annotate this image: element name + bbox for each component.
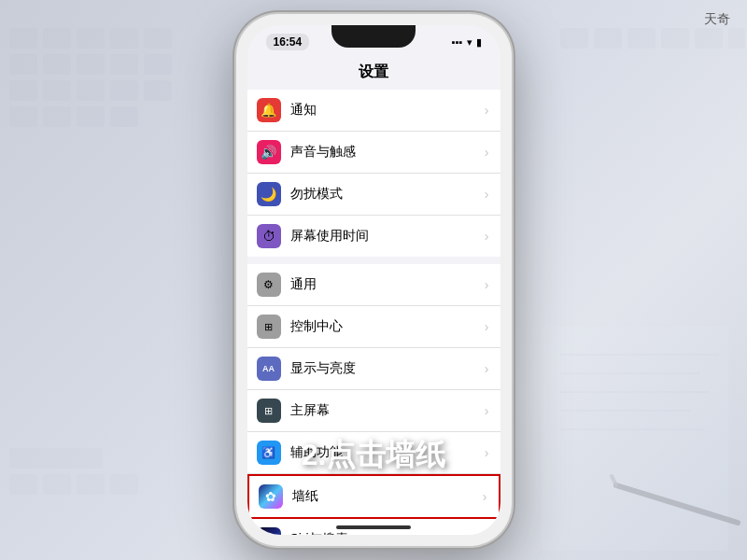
notch [331,25,416,48]
notifications-icon: 🔔 [257,98,281,122]
svg-rect-9 [144,54,172,75]
home-screen-icon: ⊞ [257,399,281,423]
siri-label: Siri与搜索 [290,531,485,535]
chevron-icon: › [485,319,489,334]
chevron-icon: › [485,277,489,292]
svg-rect-24 [728,28,745,49]
chevron-icon: › [483,489,487,504]
svg-rect-18 [110,106,138,127]
svg-rect-30 [542,327,728,551]
watermark-label: 天奇 [704,11,730,28]
status-time: 16:54 [266,34,310,50]
svg-rect-12 [77,80,105,101]
svg-rect-14 [144,80,172,101]
svg-rect-23 [695,28,723,49]
chevron-icon: › [485,187,489,202]
settings-item-general[interactable]: ⚙ 通用 › [247,264,500,306]
svg-rect-10 [9,80,37,101]
chevron-icon: › [485,445,489,460]
svg-rect-25 [9,448,103,469]
svg-rect-20 [594,28,622,49]
display-icon: AA [257,357,281,381]
settings-group-1: 🔔 通知 › 🔊 声音与触感 › 🌙 勿扰模式 [247,90,500,257]
phone-screen: 16:54 ▪▪▪ ▾ ▮ 设置 🔔 通知 › [247,25,500,535]
svg-rect-19 [560,28,588,49]
sounds-label: 声音与触感 [290,144,485,161]
wallpaper-icon: ✿ [259,484,283,509]
sounds-icon: 🔊 [257,140,281,164]
settings-item-screen-time[interactable]: ⏱ 屏幕使用时间 › [247,216,500,257]
svg-rect-22 [661,28,689,49]
svg-rect-7 [77,54,105,75]
svg-rect-16 [43,106,71,127]
settings-item-home-screen[interactable]: ⊞ 主屏幕 › [247,390,500,432]
control-center-label: 控制中心 [290,318,485,335]
svg-rect-13 [110,80,138,101]
screen-time-label: 屏幕使用时间 [290,228,485,245]
phone-frame: 16:54 ▪▪▪ ▾ ▮ 设置 🔔 通知 › [236,14,512,546]
svg-rect-17 [77,106,105,127]
general-icon: ⚙ [257,273,281,297]
screen-time-icon: ⏱ [257,224,281,248]
settings-item-notifications[interactable]: 🔔 通知 › [247,90,500,132]
chevron-icon: › [485,532,489,535]
svg-rect-4 [144,28,172,49]
settings-item-wallpaper[interactable]: ✿ 墙纸 › [247,474,500,519]
home-screen-label: 主屏幕 [290,402,485,419]
settings-item-dnd[interactable]: 🌙 勿扰模式 › [247,174,500,216]
status-bar: 16:54 ▪▪▪ ▾ ▮ [247,25,500,59]
nav-title: 设置 [247,59,500,90]
svg-rect-27 [43,474,71,495]
chevron-icon: › [485,361,489,376]
svg-rect-3 [110,28,138,49]
control-center-icon: ⊞ [257,315,281,339]
siri-icon: ◎ [257,527,281,535]
chevron-icon: › [485,145,489,160]
dnd-label: 勿扰模式 [290,186,485,203]
settings-item-accessibility[interactable]: ♿ 辅助功能 › [247,432,500,474]
svg-rect-28 [77,474,105,495]
general-label: 通用 [290,276,485,293]
notifications-label: 通知 [290,102,485,119]
svg-rect-2 [77,28,105,49]
home-indicator [336,525,411,529]
settings-item-display[interactable]: AA 显示与亮度 › [247,348,500,390]
svg-rect-8 [110,54,138,75]
wallpaper-label: 墙纸 [292,488,483,505]
dnd-icon: 🌙 [257,182,281,206]
status-icons: ▪▪▪ ▾ ▮ [452,36,482,49]
svg-rect-0 [9,28,37,49]
accessibility-icon: ♿ [257,441,281,465]
display-label: 显示与亮度 [290,360,485,377]
svg-rect-6 [43,54,71,75]
accessibility-label: 辅助功能 [290,444,485,461]
settings-group-2: ⚙ 通用 › ⊞ 控制中心 › AA 显示与亮度 [247,264,500,535]
svg-rect-21 [627,28,655,49]
settings-list[interactable]: 🔔 通知 › 🔊 声音与触感 › 🌙 勿扰模式 [247,90,500,535]
chevron-icon: › [485,403,489,418]
svg-rect-15 [9,106,37,127]
svg-rect-26 [9,474,37,495]
chevron-icon: › [485,229,489,244]
svg-rect-29 [110,474,138,495]
battery-icon: ▮ [476,36,482,49]
signal-icon: ▪▪▪ [452,36,463,48]
svg-rect-5 [9,54,37,75]
svg-rect-1 [43,28,71,49]
wifi-icon: ▾ [467,36,472,49]
settings-item-control-center[interactable]: ⊞ 控制中心 › [247,306,500,348]
settings-item-sounds[interactable]: 🔊 声音与触感 › [247,132,500,174]
svg-rect-11 [43,80,71,101]
chevron-icon: › [485,103,489,118]
